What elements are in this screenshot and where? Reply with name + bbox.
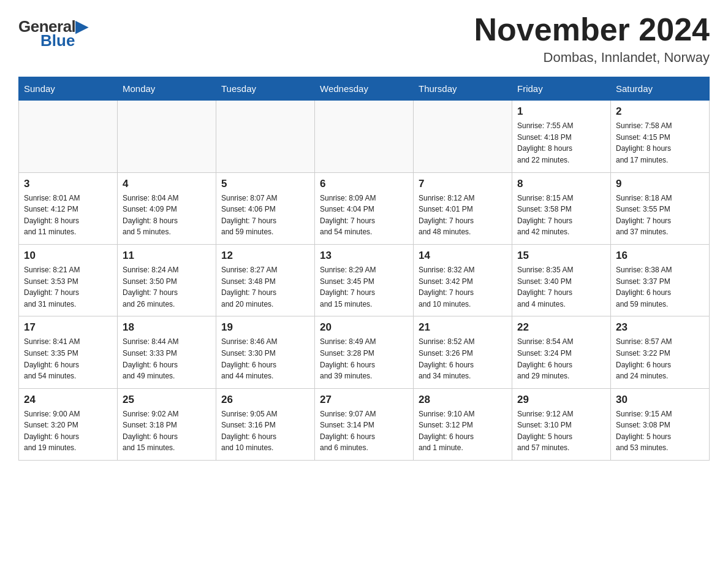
day-number: 18 [123, 321, 211, 334]
day-info: Sunrise: 8:44 AMSunset: 3:33 PMDaylight:… [123, 336, 211, 381]
calendar-cell: 8Sunrise: 8:15 AMSunset: 3:58 PMDaylight… [512, 172, 611, 244]
calendar-cell: 29Sunrise: 9:12 AMSunset: 3:10 PMDayligh… [512, 388, 611, 460]
day-info: Sunrise: 9:02 AMSunset: 3:18 PMDaylight:… [123, 408, 211, 454]
day-number: 21 [419, 321, 507, 334]
day-info: Sunrise: 8:07 AMSunset: 4:06 PMDaylight:… [221, 193, 309, 238]
day-number: 11 [123, 250, 211, 262]
day-number: 14 [419, 250, 507, 262]
day-info: Sunrise: 8:21 AMSunset: 3:53 PMDaylight:… [24, 264, 112, 310]
day-info: Sunrise: 9:12 AMSunset: 3:10 PMDaylight:… [517, 408, 605, 454]
calendar-cell [216, 101, 315, 172]
day-info: Sunrise: 8:41 AMSunset: 3:35 PMDaylight:… [24, 336, 112, 381]
week-row-1: 3Sunrise: 8:01 AMSunset: 4:12 PMDaylight… [19, 172, 710, 244]
day-info: Sunrise: 9:10 AMSunset: 3:12 PMDaylight:… [419, 408, 507, 454]
logo-blue-text: Blue [40, 31, 75, 50]
day-info: Sunrise: 8:29 AMSunset: 3:45 PMDaylight:… [320, 264, 408, 310]
day-number: 28 [419, 394, 507, 406]
week-row-0: 1Sunrise: 7:55 AMSunset: 4:18 PMDaylight… [19, 101, 710, 172]
day-number: 30 [616, 394, 704, 406]
day-number: 17 [24, 321, 112, 334]
day-info: Sunrise: 8:18 AMSunset: 3:55 PMDaylight:… [616, 193, 704, 238]
day-info: Sunrise: 8:24 AMSunset: 3:50 PMDaylight:… [123, 264, 211, 310]
calendar-cell: 7Sunrise: 8:12 AMSunset: 4:01 PMDaylight… [414, 172, 512, 244]
day-number: 8 [517, 178, 605, 190]
weekday-header-saturday: Saturday [611, 77, 710, 101]
day-number: 7 [419, 178, 507, 190]
calendar-cell: 19Sunrise: 8:46 AMSunset: 3:30 PMDayligh… [216, 316, 315, 388]
calendar-cell: 27Sunrise: 9:07 AMSunset: 3:14 PMDayligh… [315, 388, 414, 460]
calendar-cell: 20Sunrise: 8:49 AMSunset: 3:28 PMDayligh… [315, 316, 414, 388]
day-info: Sunrise: 8:57 AMSunset: 3:22 PMDaylight:… [616, 336, 704, 381]
calendar-cell: 3Sunrise: 8:01 AMSunset: 4:12 PMDaylight… [19, 172, 118, 244]
calendar-cell: 28Sunrise: 9:10 AMSunset: 3:12 PMDayligh… [414, 388, 512, 460]
calendar-cell: 12Sunrise: 8:27 AMSunset: 3:48 PMDayligh… [216, 244, 315, 316]
day-info: Sunrise: 8:32 AMSunset: 3:42 PMDaylight:… [419, 264, 507, 310]
day-number: 24 [24, 394, 112, 406]
day-info: Sunrise: 9:00 AMSunset: 3:20 PMDaylight:… [24, 408, 112, 454]
day-number: 16 [616, 250, 704, 262]
day-info: Sunrise: 8:09 AMSunset: 4:04 PMDaylight:… [320, 193, 408, 238]
day-number: 12 [221, 250, 309, 262]
day-number: 3 [24, 178, 112, 190]
day-info: Sunrise: 8:54 AMSunset: 3:24 PMDaylight:… [517, 336, 605, 381]
day-number: 15 [517, 250, 605, 262]
calendar-cell: 26Sunrise: 9:05 AMSunset: 3:16 PMDayligh… [216, 388, 315, 460]
day-info: Sunrise: 8:49 AMSunset: 3:28 PMDaylight:… [320, 336, 408, 381]
calendar-cell: 14Sunrise: 8:32 AMSunset: 3:42 PMDayligh… [414, 244, 512, 316]
calendar-cell: 24Sunrise: 9:00 AMSunset: 3:20 PMDayligh… [19, 388, 118, 460]
location-title: Dombas, Innlandet, Norway [474, 50, 710, 66]
calendar-cell: 13Sunrise: 8:29 AMSunset: 3:45 PMDayligh… [315, 244, 414, 316]
day-number: 1 [517, 105, 605, 118]
day-number: 9 [616, 178, 704, 190]
calendar-cell: 21Sunrise: 8:52 AMSunset: 3:26 PMDayligh… [414, 316, 512, 388]
calendar-cell: 2Sunrise: 7:58 AMSunset: 4:15 PMDaylight… [611, 101, 710, 172]
weekday-header-row: SundayMondayTuesdayWednesdayThursdayFrid… [19, 77, 710, 101]
weekday-header-sunday: Sunday [19, 77, 118, 101]
page-header: General▶ Blue November 2024 Dombas, Innl… [18, 12, 710, 66]
calendar-cell [414, 101, 512, 172]
day-number: 27 [320, 394, 408, 406]
day-number: 5 [221, 178, 309, 190]
day-number: 10 [24, 250, 112, 262]
day-info: Sunrise: 8:35 AMSunset: 3:40 PMDaylight:… [517, 264, 605, 310]
day-number: 2 [616, 105, 704, 118]
day-number: 25 [123, 394, 211, 406]
calendar-cell: 11Sunrise: 8:24 AMSunset: 3:50 PMDayligh… [118, 244, 216, 316]
day-info: Sunrise: 8:12 AMSunset: 4:01 PMDaylight:… [419, 193, 507, 238]
week-row-2: 10Sunrise: 8:21 AMSunset: 3:53 PMDayligh… [19, 244, 710, 316]
calendar-cell: 15Sunrise: 8:35 AMSunset: 3:40 PMDayligh… [512, 244, 611, 316]
weekday-header-tuesday: Tuesday [216, 77, 315, 101]
calendar-cell: 9Sunrise: 8:18 AMSunset: 3:55 PMDaylight… [611, 172, 710, 244]
day-number: 29 [517, 394, 605, 406]
calendar-cell: 5Sunrise: 8:07 AMSunset: 4:06 PMDaylight… [216, 172, 315, 244]
day-number: 26 [221, 394, 309, 406]
calendar-cell: 17Sunrise: 8:41 AMSunset: 3:35 PMDayligh… [19, 316, 118, 388]
weekday-header-wednesday: Wednesday [315, 77, 414, 101]
day-number: 20 [320, 321, 408, 334]
calendar-cell: 18Sunrise: 8:44 AMSunset: 3:33 PMDayligh… [118, 316, 216, 388]
weekday-header-monday: Monday [118, 77, 216, 101]
calendar-cell: 4Sunrise: 8:04 AMSunset: 4:09 PMDaylight… [118, 172, 216, 244]
calendar-cell: 23Sunrise: 8:57 AMSunset: 3:22 PMDayligh… [611, 316, 710, 388]
day-info: Sunrise: 8:04 AMSunset: 4:09 PMDaylight:… [123, 193, 211, 238]
day-info: Sunrise: 8:27 AMSunset: 3:48 PMDaylight:… [221, 264, 309, 310]
day-number: 13 [320, 250, 408, 262]
day-info: Sunrise: 8:38 AMSunset: 3:37 PMDaylight:… [616, 264, 704, 310]
weekday-header-thursday: Thursday [414, 77, 512, 101]
title-block: November 2024 Dombas, Innlandet, Norway [474, 12, 710, 66]
calendar-cell: 22Sunrise: 8:54 AMSunset: 3:24 PMDayligh… [512, 316, 611, 388]
day-info: Sunrise: 7:55 AMSunset: 4:18 PMDaylight:… [517, 120, 605, 166]
day-number: 19 [221, 321, 309, 334]
calendar-cell [118, 101, 216, 172]
calendar-cell: 16Sunrise: 8:38 AMSunset: 3:37 PMDayligh… [611, 244, 710, 316]
day-number: 4 [123, 178, 211, 190]
day-info: Sunrise: 8:46 AMSunset: 3:30 PMDaylight:… [221, 336, 309, 381]
day-number: 22 [517, 321, 605, 334]
day-info: Sunrise: 7:58 AMSunset: 4:15 PMDaylight:… [616, 120, 704, 166]
calendar-table: SundayMondayTuesdayWednesdayThursdayFrid… [18, 77, 710, 461]
month-title: November 2024 [474, 12, 710, 47]
day-info: Sunrise: 8:52 AMSunset: 3:26 PMDaylight:… [419, 336, 507, 381]
calendar-cell [315, 101, 414, 172]
calendar-cell: 10Sunrise: 8:21 AMSunset: 3:53 PMDayligh… [19, 244, 118, 316]
day-info: Sunrise: 8:15 AMSunset: 3:58 PMDaylight:… [517, 193, 605, 238]
